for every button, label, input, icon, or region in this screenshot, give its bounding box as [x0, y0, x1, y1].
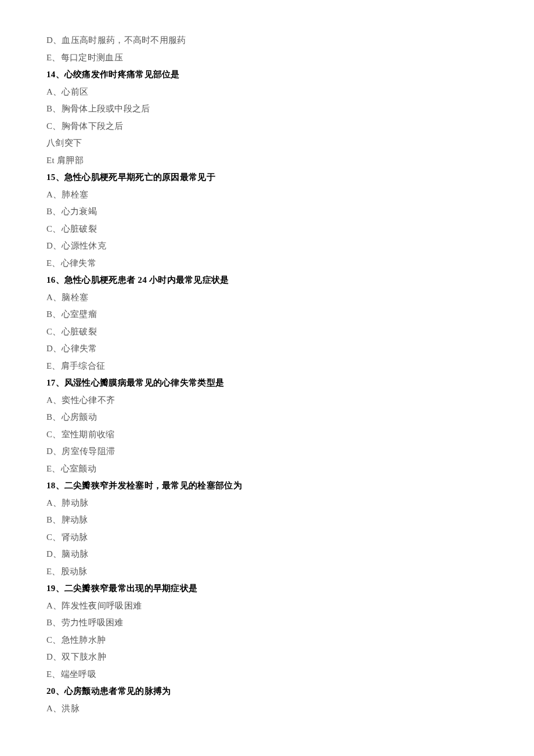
option-line: E、股动脉: [46, 567, 488, 576]
option-line: E、端坐呼吸: [46, 670, 488, 679]
option-line: 八剑突下: [46, 139, 488, 147]
option-line: D、脑动脉: [46, 550, 488, 559]
option-line: A、洪脉: [46, 704, 488, 713]
option-line: E、心律失常: [46, 259, 488, 268]
question-line: 15、急性心肌梗死早期死亡的原因最常见于: [46, 173, 488, 182]
option-line: B、心室壁瘤: [46, 310, 488, 319]
question-line: 14、心绞痛发作时疼痛常见部位是: [46, 70, 488, 79]
option-line: C、心脏破裂: [46, 327, 488, 336]
option-line: B、脾动脉: [46, 516, 488, 524]
question-line: 19、二尖瓣狭窄最常出现的早期症状是: [46, 584, 488, 593]
option-line: B、胸骨体上段或中段之后: [46, 105, 488, 113]
option-line: A、心前区: [46, 88, 488, 96]
document-content: D、血压高时服药，不高时不用服药E、每口定时测血压14、心绞痛发作时疼痛常见部位…: [46, 36, 488, 713]
question-line: 17、风湿性心瓣膜病最常见的心律失常类型是: [46, 379, 488, 387]
option-line: A、肺栓塞: [46, 190, 488, 199]
option-line: Et 肩胛部: [46, 156, 488, 165]
option-line: C、急性肺水肿: [46, 636, 488, 645]
option-line: C、胸骨体下段之后: [46, 122, 488, 131]
option-line: D、心律失常: [46, 344, 488, 353]
option-line: C、肾动脉: [46, 533, 488, 542]
option-line: B、劳力性呼吸困难: [46, 618, 488, 627]
question-line: 16、急性心肌梗死患者 24 小时内最常见症状是: [46, 276, 488, 285]
option-line: A、阵发性夜间呼吸困难: [46, 602, 488, 610]
option-line: A、脑栓塞: [46, 293, 488, 302]
option-line: C、室性期前收缩: [46, 430, 488, 439]
option-line: E、心室颤动: [46, 465, 488, 473]
option-line: C、心脏破裂: [46, 225, 488, 233]
option-line: D、血压高时服药，不高时不用服药: [46, 36, 488, 45]
option-line: D、心源性休克: [46, 242, 488, 250]
option-line: A、肺动脉: [46, 499, 488, 507]
option-line: E、肩手综合征: [46, 362, 488, 370]
option-line: D、双下肢水肿: [46, 653, 488, 661]
option-line: B、心力衰竭: [46, 207, 488, 216]
option-line: B、心房颤动: [46, 413, 488, 422]
question-line: 20、心房颤动患者常见的脉搏为: [46, 687, 488, 696]
question-line: 18、二尖瓣狭窄并发栓塞时，最常见的栓塞部位为: [46, 481, 488, 490]
option-line: E、每口定时测血压: [46, 53, 488, 62]
option-line: A、窦性心律不齐: [46, 396, 488, 405]
option-line: D、房室传导阻滞: [46, 447, 488, 456]
